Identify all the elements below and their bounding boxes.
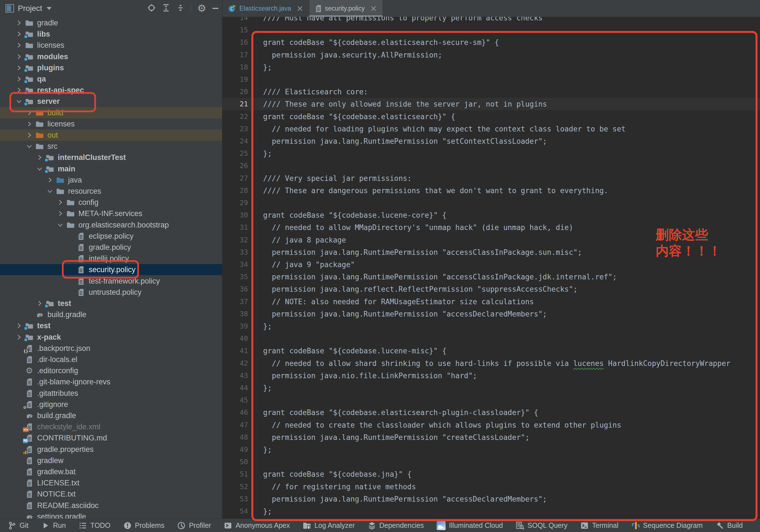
chevron-right-icon[interactable]	[45, 177, 55, 183]
chevron-right-icon[interactable]	[24, 132, 34, 138]
chevron-right-icon[interactable]	[14, 31, 24, 37]
tree-item-contributing-md[interactable]: MDCONTRIBUTING.md	[0, 432, 222, 444]
tree-item-readme-asciidoc[interactable]: README.asciidoc	[0, 500, 222, 511]
toolwindow-button-sequence-diagram[interactable]: Sequence Diagram	[631, 521, 703, 530]
chevron-right-icon[interactable]	[35, 300, 45, 307]
tree-item-src[interactable]: src	[0, 141, 222, 152]
tree-item-backportrc-json[interactable]: {}.backportrc.json	[0, 343, 222, 354]
toolwindow-button-terminal[interactable]: Terminal	[580, 521, 618, 530]
chevron-right-icon[interactable]	[24, 121, 34, 127]
tree-item-eclipse-policy[interactable]: eclipse.policy	[0, 230, 222, 242]
line-number: 48	[222, 431, 248, 444]
chevron-right-icon[interactable]	[55, 199, 65, 206]
chevron-down-icon[interactable]	[35, 166, 45, 172]
tree-item-plugins[interactable]: plugins	[0, 62, 222, 73]
toolwindow-button-illuminated-cloud[interactable]: Illuminated Cloud	[437, 521, 503, 530]
tree-item-label: META-INF.services	[78, 209, 142, 218]
collapse-all-icon[interactable]	[176, 4, 185, 13]
locate-icon[interactable]	[147, 4, 156, 13]
chevron-down-icon[interactable]	[24, 143, 34, 150]
tree-item-gradle-properties[interactable]: gradle.properties	[0, 444, 222, 455]
tree-item-out[interactable]: out	[0, 129, 222, 141]
tree-item-security-policy[interactable]: security.policy	[0, 264, 222, 275]
tree-item-rest-api-spec[interactable]: rest-api-spec	[0, 84, 222, 96]
tree-item-test-framework-policy[interactable]: test-framework.policy	[0, 275, 222, 287]
code-line-28: 28//// These are dangerous permissions t…	[222, 184, 760, 197]
tree-item-config[interactable]: config	[0, 197, 222, 208]
chevron-down-icon[interactable]	[14, 98, 24, 105]
tree-item-test[interactable]: test	[0, 298, 222, 309]
tree-item-main[interactable]: main	[0, 163, 222, 174]
toolwindow-button-problems[interactable]: Problems	[123, 521, 165, 530]
chevron-right-icon[interactable]	[35, 154, 45, 161]
tree-item-gitignore[interactable]: ⊘.gitignore	[0, 399, 222, 410]
chevron-right-icon[interactable]	[14, 42, 24, 49]
tree-item-build[interactable]: build	[0, 107, 222, 118]
toolwindow-button-git[interactable]: Git	[8, 521, 28, 530]
chevron-right-icon[interactable]	[14, 20, 24, 26]
tree-item-modules[interactable]: modules	[0, 51, 222, 62]
tree-item-checkstyle-ide-xml[interactable]: <>checkstyle_ide.xml	[0, 421, 222, 432]
toolwindow-button-dependencies[interactable]: Dependencies	[368, 521, 424, 530]
folder-icon	[24, 30, 35, 38]
toolwindow-button-profiler[interactable]: Profiler	[177, 521, 211, 530]
tree-item-license-txt[interactable]: LICENSE.txt	[0, 477, 222, 488]
chevron-right-icon[interactable]	[14, 334, 24, 341]
tab-elasticsearch-java[interactable]: CElasticsearch.java×	[222, 0, 309, 17]
chevron-right-icon[interactable]	[55, 210, 65, 217]
tree-item-intellij-policy[interactable]: intellij.policy	[0, 253, 222, 264]
tree-item-licenses[interactable]: licenses	[0, 40, 222, 51]
tree-item-gradlew-bat[interactable]: gradlew.bat	[0, 466, 222, 477]
tree-item-java[interactable]: java	[0, 174, 222, 186]
tree-item-libs[interactable]: libs	[0, 28, 222, 40]
tree-item-notice-txt[interactable]: NOTICE.txt	[0, 488, 222, 500]
tree-item-x-pack[interactable]: x-pack	[0, 332, 222, 343]
xml-file-icon: <>	[24, 423, 35, 431]
tree-item-test[interactable]: test	[0, 320, 222, 331]
tree-item-licenses[interactable]: licenses	[0, 118, 222, 129]
chevron-down-icon[interactable]	[45, 188, 55, 195]
chevron-right-icon[interactable]	[24, 110, 34, 116]
toolwindow-button-soql-query[interactable]: SOQL Query	[516, 521, 568, 530]
tree-item-untrusted-policy[interactable]: untrusted.policy	[0, 287, 222, 298]
tree-item-build-gradle[interactable]: build.gradle	[0, 309, 222, 320]
tree-item-server[interactable]: server	[0, 96, 222, 107]
toolwindow-button-anonymous-apex[interactable]: Anonymous Apex	[224, 521, 290, 530]
tree-item-internalclustertest[interactable]: internalClusterTest	[0, 152, 222, 163]
code-editor[interactable]: 14//// Must have all permissions to prop…	[222, 17, 760, 519]
tree-item-git-blame-ignore-revs[interactable]: .git-blame-ignore-revs	[0, 376, 222, 387]
tree-item-gradle[interactable]: gradle	[0, 17, 222, 28]
toolwindow-button-log-analyzer[interactable]: Log Analyzer	[303, 521, 355, 530]
toolwindow-button-run[interactable]: Run	[41, 521, 66, 530]
tree-item-qa[interactable]: qa	[0, 73, 222, 84]
tab-security-policy[interactable]: security.policy×	[309, 0, 383, 17]
tree-item-resources[interactable]: resources	[0, 186, 222, 197]
tree-item-build-gradle[interactable]: build.gradle	[0, 410, 222, 421]
tree-item-gradlew[interactable]: gradlew	[0, 455, 222, 466]
close-icon[interactable]: ×	[296, 4, 303, 13]
chevron-right-icon[interactable]	[14, 75, 24, 82]
tree-item-label: .editorconfig	[37, 366, 78, 375]
tree-item-dir-locals-el[interactable]: .dir-locals.el	[0, 354, 222, 365]
hide-panel-icon[interactable]	[212, 8, 218, 9]
tree-item-org-elasticsearch-bootstrap[interactable]: org.elasticsearch.bootstrap	[0, 219, 222, 230]
toolwindow-button-todo[interactable]: TODO	[79, 521, 111, 530]
tree-item-settings-gradle[interactable]: settings.gradle	[0, 511, 222, 519]
module-badge	[24, 326, 28, 330]
gear-icon[interactable]: ⚙	[197, 4, 206, 13]
chevron-right-icon[interactable]	[14, 53, 24, 60]
tree-item-editorconfig[interactable]: ⚙.editorconfig	[0, 365, 222, 376]
module-badge	[24, 338, 28, 342]
chevron-right-icon[interactable]	[14, 65, 24, 71]
chevron-right-icon[interactable]	[14, 87, 24, 93]
chevron-down-icon[interactable]	[47, 7, 52, 10]
tree-item-meta-inf-services[interactable]: META-INF.services	[0, 208, 222, 219]
tree-item-gitattributes[interactable]: .gitattributes	[0, 388, 222, 399]
chevron-down-icon[interactable]	[55, 221, 65, 228]
close-icon[interactable]: ×	[370, 4, 377, 13]
expand-all-icon[interactable]	[162, 4, 170, 13]
chevron-right-icon[interactable]	[14, 322, 24, 329]
toolwindow-button-build[interactable]: Build	[716, 521, 743, 530]
toolwindow-button-label: Sequence Diagram	[643, 521, 703, 529]
tree-item-gradle-policy[interactable]: gradle.policy	[0, 242, 222, 253]
